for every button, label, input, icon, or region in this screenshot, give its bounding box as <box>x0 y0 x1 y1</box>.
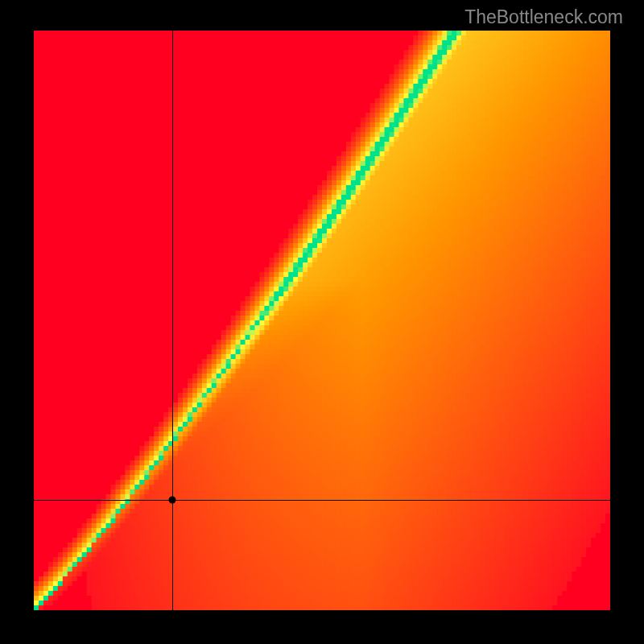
watermark-text: TheBottleneck.com <box>464 6 623 28</box>
chart-container: TheBottleneck.com <box>0 0 644 644</box>
crosshair-vertical <box>172 31 173 610</box>
crosshair-point <box>168 497 175 504</box>
crosshair-horizontal <box>34 500 610 501</box>
heatmap-canvas <box>34 31 610 610</box>
heatmap-plot <box>34 31 610 610</box>
